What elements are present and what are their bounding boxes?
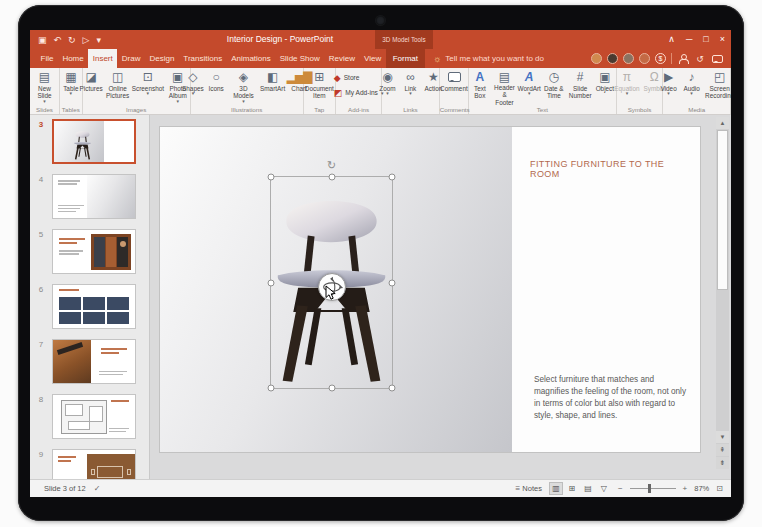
tab-home[interactable]: Home — [58, 49, 88, 68]
button-label: Slide Number — [569, 85, 592, 100]
history-icon[interactable]: ↺ — [694, 53, 706, 65]
slide-sorter-view-button[interactable]: ⊞ — [565, 482, 579, 495]
slide-thumbnail-7[interactable] — [52, 339, 136, 384]
minimize-button[interactable]: ─ — [686, 30, 692, 49]
comment-button[interactable]: Comment — [438, 69, 470, 105]
scroll-down-button[interactable]: ▼ — [716, 431, 729, 443]
zoom-button[interactable]: ◉Zoom▾ — [376, 69, 399, 105]
slide-thumbnail-3[interactable] — [52, 119, 136, 164]
resize-handle-nw[interactable] — [268, 174, 275, 181]
audio-icon: ♪ — [689, 70, 695, 85]
share-person-icon[interactable] — [677, 53, 689, 65]
tab-design[interactable]: Design — [145, 49, 179, 68]
dropdown-caret-icon: ▾ — [528, 92, 531, 95]
resize-handle-n[interactable] — [328, 174, 335, 181]
dollar-badge[interactable]: $ — [655, 53, 666, 64]
zoom-in-button[interactable]: + — [683, 484, 688, 493]
vertical-scrollbar[interactable]: ▲ ▼ ⇞ ⇟ — [716, 117, 729, 469]
next-slide-button[interactable]: ⇟ — [716, 457, 729, 469]
3d-models-button[interactable]: ◈3D Models▾ — [228, 69, 260, 105]
customize-quick-access-icon[interactable]: ▾ — [97, 35, 102, 45]
notes-button[interactable]: ≡ Notes — [516, 484, 542, 493]
thumbnail-row: 8 — [30, 394, 149, 439]
ribbon-group-slides: ▤New Slide▾Slides — [30, 68, 60, 114]
3d-model-selection-box[interactable]: ↻ — [270, 176, 393, 389]
spellcheck-status-icon[interactable]: ✓ — [94, 484, 101, 493]
previous-slide-button[interactable]: ⇞ — [716, 444, 729, 456]
maximize-button[interactable]: □ — [703, 30, 708, 49]
slide-canvas[interactable]: FITTING FURNITURE TO THE ROOM Select fur… — [160, 127, 700, 452]
slideshow-view-button[interactable]: ▽ — [597, 482, 611, 495]
tab-transitions[interactable]: Transitions — [179, 49, 227, 68]
tell-me-box[interactable]: ☼ Tell me what you want to do — [433, 49, 544, 68]
scroll-up-button[interactable]: ▲ — [716, 117, 729, 129]
comment-icon — [447, 70, 461, 85]
resize-handle-s[interactable] — [328, 385, 335, 392]
collaborator-2-avatar[interactable] — [607, 53, 618, 64]
dropdown-caret-icon: ▾ — [192, 92, 195, 95]
ribbon-display-options-button[interactable]: ∧ — [668, 30, 675, 49]
tab-file[interactable]: File — [36, 49, 58, 68]
thumbnail-row: 4 — [30, 174, 149, 219]
screenshot-button[interactable]: ⊡Screenshot▾ — [133, 69, 163, 105]
audio-button[interactable]: ♪Audio▾ — [680, 69, 703, 105]
front-camera — [376, 16, 385, 25]
save-icon[interactable]: ▣ — [38, 35, 47, 45]
collaborator-3-avatar[interactable] — [623, 53, 634, 64]
header-footer-button[interactable]: ▤Header & Footer — [491, 69, 517, 105]
tab-view[interactable]: View — [360, 49, 386, 68]
slide-thumbnail-9[interactable] — [52, 449, 136, 479]
screenshot-icon: ⊡ — [143, 70, 153, 85]
fit-slide-to-window-button[interactable]: ⊡ — [716, 484, 723, 493]
scrollbar-thumb[interactable] — [717, 130, 728, 290]
smartart-button[interactable]: ◧SmartArt — [259, 69, 286, 105]
icons-button[interactable]: ○Icons — [205, 69, 228, 105]
resize-handle-ne[interactable] — [389, 174, 396, 181]
new-slide-button[interactable]: ▤New Slide▾ — [32, 69, 57, 105]
resize-handle-w[interactable] — [268, 279, 275, 286]
zoom-percentage[interactable]: 87% — [694, 484, 709, 493]
slide-thumbnail-6[interactable] — [52, 284, 136, 329]
comments-icon[interactable] — [711, 53, 723, 65]
collaborator-4-avatar[interactable] — [639, 53, 650, 64]
text-box-button[interactable]: AText Box — [468, 69, 491, 105]
resize-handle-sw[interactable] — [268, 385, 275, 392]
slide-number-button[interactable]: #Slide Number — [567, 69, 593, 105]
online-pictures-button[interactable]: ◫Online Pictures — [103, 69, 133, 105]
zoom-out-button[interactable]: − — [618, 484, 623, 493]
zoom-slider-thumb[interactable] — [648, 484, 651, 493]
redo-icon[interactable]: ↻ — [68, 35, 76, 45]
rotation-handle[interactable]: ↻ — [327, 160, 336, 171]
video-button[interactable]: ▶Video▾ — [657, 69, 680, 105]
shapes-button[interactable]: ◇Shapes▾ — [181, 69, 205, 105]
tab-draw[interactable]: Draw — [117, 49, 145, 68]
pictures-button[interactable]: ◪Pictures — [80, 69, 103, 105]
tab-insert[interactable]: Insert — [88, 49, 117, 68]
link-button[interactable]: ∞Link▾ — [399, 69, 422, 105]
slide-number: 9 — [30, 449, 52, 459]
slide-thumbnail-5[interactable] — [52, 229, 136, 274]
slide-title-text[interactable]: FITTING FURNITURE TO THE ROOM — [530, 159, 690, 179]
normal-view-button[interactable]: ▥ — [549, 482, 563, 495]
status-bar: Slide 3 of 12 ✓ ≡ Notes ▥⊞▤▽ − + 87% ⊡ — [30, 479, 731, 497]
ribbon-group-label: Tables — [60, 106, 82, 113]
wordart-button[interactable]: AWordArt▾ — [518, 69, 541, 105]
tab-format[interactable]: Format — [386, 49, 425, 68]
undo-icon[interactable]: ↶ — [54, 35, 62, 45]
resize-handle-e[interactable] — [389, 279, 396, 286]
slide-thumbnail-8[interactable] — [52, 394, 136, 439]
tab-slide-show[interactable]: Slide Show — [275, 49, 324, 68]
reading-view-button[interactable]: ▤ — [581, 482, 595, 495]
slide-thumbnail-4[interactable] — [52, 174, 136, 219]
close-button[interactable]: × — [720, 30, 725, 49]
collaborator-1-avatar[interactable] — [591, 53, 602, 64]
resize-handle-se[interactable] — [389, 385, 396, 392]
zoom-slider[interactable] — [630, 482, 676, 495]
tab-review[interactable]: Review — [324, 49, 359, 68]
start-from-beginning-icon[interactable]: ▷ — [83, 35, 90, 45]
tab-animations[interactable]: Animations — [227, 49, 276, 68]
smartart-icon: ◧ — [267, 70, 278, 85]
screen-recording-button[interactable]: ◰Screen Recording — [703, 69, 731, 105]
slide-body-text[interactable]: Select furniture that matches and magnif… — [534, 374, 688, 422]
date-time-button[interactable]: ◷Date & Time — [541, 69, 567, 105]
